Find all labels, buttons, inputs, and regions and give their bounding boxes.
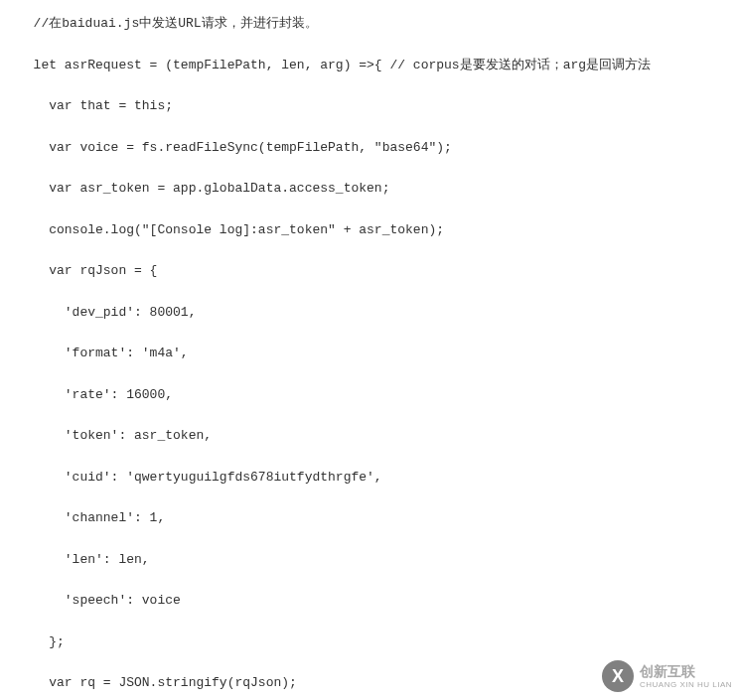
code-line: 'speech': voice [18, 591, 722, 611]
code-line: 'channel': 1, [18, 508, 722, 528]
code-line: var asr_token = app.globalData.access_to… [18, 179, 722, 199]
watermark-sub-text: CHUANG XIN HU LIAN [640, 680, 732, 690]
code-line: //在baiduai.js中发送URL请求，并进行封装。 [18, 14, 722, 34]
watermark: X 创新互联 CHUANG XIN HU LIAN [602, 660, 732, 692]
watermark-logo-letter: X [612, 666, 624, 687]
code-line: 'token': asr_token, [18, 426, 722, 446]
code-block: //在baiduai.js中发送URL请求，并进行封装。 let asrRequ… [0, 0, 740, 700]
code-line: console.log("[Console log]:asr_token" + … [18, 220, 722, 240]
code-line: 'len': len, [18, 550, 722, 570]
code-line: var rqJson = { [18, 261, 722, 281]
watermark-logo-icon: X [602, 660, 634, 692]
code-line: var that = this; [18, 96, 722, 116]
watermark-main-text: 创新互联 [640, 663, 732, 680]
code-line: 'dev_pid': 80001, [18, 303, 722, 323]
code-line: 'format': 'm4a', [18, 344, 722, 363]
code-line: let asrRequest = (tempFilePath, len, arg… [18, 56, 722, 75]
code-line: var voice = fs.readFileSync(tempFilePath… [18, 138, 722, 158]
code-line: 'rate': 16000, [18, 385, 722, 405]
code-line: }; [18, 632, 722, 652]
watermark-text: 创新互联 CHUANG XIN HU LIAN [640, 663, 732, 689]
code-line: 'cuid': 'qwertyuguilgfds678iutfydthrgfe'… [18, 468, 722, 488]
